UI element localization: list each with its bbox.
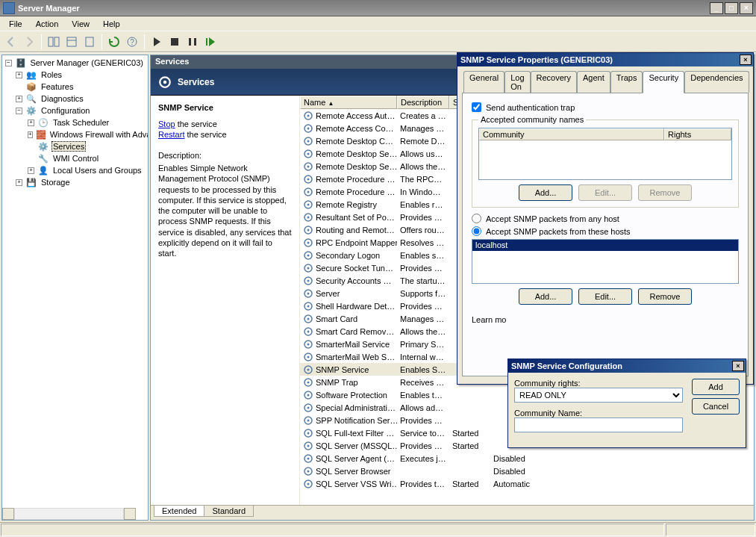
- restart-button[interactable]: [202, 34, 219, 50]
- svg-point-34: [307, 241, 310, 243]
- host-item[interactable]: localhost: [472, 240, 738, 251]
- close-button[interactable]: ×: [740, 2, 753, 14]
- svg-point-46: [307, 317, 310, 320]
- window-title: Server Manager: [18, 4, 710, 13]
- service-detail-panel: SNMP Service Stop the service Restart th…: [151, 96, 300, 505]
- maximize-button[interactable]: □: [725, 2, 738, 14]
- community-name-input[interactable]: [514, 418, 683, 432]
- stop-button[interactable]: [166, 34, 183, 50]
- pause-button[interactable]: [184, 34, 201, 50]
- status-bar: [0, 522, 756, 537]
- community-listbox[interactable]: Community Rights: [478, 128, 732, 180]
- tree-diagnostics[interactable]: + 🔍 Diagnostics: [4, 93, 146, 105]
- svg-point-64: [307, 432, 310, 434]
- accept-any-radio[interactable]: [472, 214, 481, 223]
- menu-file[interactable]: File: [3, 18, 28, 30]
- tab-logon[interactable]: Log On: [504, 71, 530, 93]
- tree-task-scheduler[interactable]: + 🕒 Task Scheduler: [4, 117, 146, 128]
- collapse-icon[interactable]: −: [16, 108, 22, 114]
- properties-button[interactable]: [63, 34, 80, 50]
- gear-icon: [303, 466, 313, 477]
- navigation-tree[interactable]: − 🗄️ Server Manager (GENERIC03) + 👥 Role…: [1, 55, 149, 521]
- tab-recovery[interactable]: Recovery: [531, 71, 577, 93]
- svg-point-16: [307, 127, 310, 129]
- expand-icon[interactable]: +: [16, 179, 22, 186]
- gear-icon: [303, 377, 313, 388]
- back-button[interactable]: [3, 34, 19, 50]
- tab-agent[interactable]: Agent: [577, 71, 610, 93]
- expand-icon[interactable]: +: [28, 119, 34, 126]
- community-edit-button[interactable]: Edit...: [578, 184, 632, 201]
- tree-services[interactable]: ⚙️ Services: [4, 140, 146, 152]
- collapse-icon[interactable]: −: [5, 60, 12, 66]
- service-row[interactable]: SQL Server BrowserDisabled: [300, 465, 754, 477]
- expand-icon[interactable]: +: [28, 131, 33, 138]
- service-row[interactable]: SQL Server Agent (…Executes j…Disabled: [300, 452, 754, 465]
- stop-service-link[interactable]: Stop: [158, 119, 175, 128]
- column-description[interactable]: Description: [397, 96, 449, 109]
- horizontal-scrollbar[interactable]: [2, 508, 136, 520]
- gear-icon: [303, 403, 313, 413]
- accept-these-radio[interactable]: [472, 226, 481, 236]
- tab-extended[interactable]: Extended: [154, 506, 204, 517]
- community-add-button[interactable]: Add...: [519, 184, 572, 201]
- dialog-close-button[interactable]: ×: [740, 55, 752, 65]
- play-button[interactable]: [149, 34, 165, 50]
- hosts-edit-button[interactable]: Edit...: [578, 288, 632, 305]
- svg-point-44: [307, 305, 310, 307]
- svg-point-28: [307, 203, 310, 205]
- svg-point-52: [307, 356, 310, 358]
- tree-firewall[interactable]: + 🧱 Windows Firewall with Adva: [4, 128, 146, 140]
- menu-view[interactable]: View: [66, 18, 96, 30]
- config-icon: ⚙️: [25, 105, 37, 117]
- tree-users[interactable]: + 👤 Local Users and Groups: [4, 164, 146, 176]
- tab-traps[interactable]: Traps: [610, 71, 643, 93]
- column-name[interactable]: Name ▲: [300, 96, 397, 109]
- svg-rect-9: [194, 38, 196, 46]
- svg-rect-7: [171, 38, 178, 46]
- expand-icon[interactable]: +: [16, 72, 22, 78]
- restart-service-link[interactable]: Restart: [158, 130, 184, 139]
- community-rights-select[interactable]: READ ONLY: [514, 388, 683, 403]
- expand-icon[interactable]: +: [28, 167, 34, 174]
- tab-standard[interactable]: Standard: [204, 506, 254, 517]
- hosts-listbox[interactable]: localhost: [472, 239, 739, 284]
- gear-icon: [303, 428, 313, 438]
- help-button[interactable]: ?: [124, 34, 140, 50]
- hosts-remove-button[interactable]: Remove: [638, 288, 692, 305]
- tree-storage[interactable]: + 💾 Storage: [4, 176, 146, 188]
- menu-help[interactable]: Help: [97, 18, 126, 30]
- config-close-button[interactable]: ×: [732, 361, 744, 371]
- accepted-community-names-group: Accepted community names Community Right…: [472, 119, 739, 208]
- hosts-add-button[interactable]: Add...: [519, 288, 572, 305]
- tree-features[interactable]: 📦 Features: [4, 81, 146, 93]
- send-auth-trap-checkbox[interactable]: [472, 102, 481, 112]
- config-cancel-button[interactable]: Cancel: [692, 398, 740, 415]
- tab-general[interactable]: General: [463, 71, 504, 93]
- expand-icon[interactable]: +: [16, 96, 22, 102]
- config-add-button[interactable]: Add: [692, 379, 740, 395]
- tree-root[interactable]: − 🗄️ Server Manager (GENERIC03): [4, 57, 146, 69]
- minimize-button[interactable]: _: [710, 2, 723, 14]
- menu-action[interactable]: Action: [30, 18, 65, 30]
- tab-security[interactable]: Security: [643, 71, 684, 93]
- gear-icon: [303, 123, 313, 134]
- community-column[interactable]: Community: [479, 128, 664, 140]
- learn-more-link[interactable]: Learn mo: [472, 315, 739, 324]
- gear-icon: [303, 453, 313, 464]
- community-remove-button[interactable]: Remove: [638, 184, 692, 201]
- gear-icon: [158, 75, 172, 89]
- show-hide-tree-button[interactable]: [46, 34, 62, 50]
- forward-button[interactable]: [21, 34, 37, 50]
- selected-service-name: SNMP Service: [158, 103, 292, 112]
- tree-roles[interactable]: + 👥 Roles: [4, 69, 146, 81]
- refresh-button[interactable]: [106, 34, 122, 50]
- svg-point-12: [163, 80, 167, 84]
- svg-point-72: [307, 482, 310, 485]
- tree-wmi[interactable]: 🔧 WMI Control: [4, 152, 146, 164]
- export-button[interactable]: [81, 34, 98, 50]
- rights-column[interactable]: Rights: [664, 128, 731, 140]
- tab-dependencies[interactable]: Dependencies: [684, 71, 749, 93]
- service-row[interactable]: SQL Server VSS Wri…Provides th…StartedAu…: [300, 477, 754, 490]
- tree-configuration[interactable]: − ⚙️ Configuration: [4, 105, 146, 117]
